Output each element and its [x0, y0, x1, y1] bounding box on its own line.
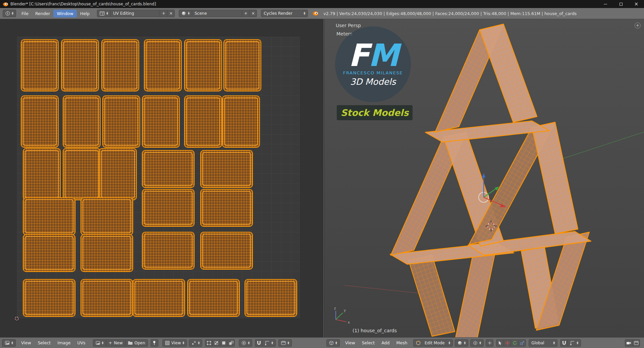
fm-tagline: 3D Models [350, 77, 396, 87]
image-pin-button[interactable] [151, 339, 158, 347]
blender-window: Blender* [C:\Users\franc\Desktop\house_o… [0, 0, 644, 348]
manipulator-pointer-button[interactable] [496, 339, 504, 347]
screen-layout-name-field[interactable]: UV Editing [110, 10, 160, 17]
pivot-point-dropdown[interactable]: ▲▼ [470, 339, 484, 347]
shading-sphere-icon [458, 341, 462, 345]
uv-menu-view[interactable]: View [18, 339, 35, 347]
uv-island-card[interactable] [245, 279, 297, 317]
image-editor-icon [5, 340, 10, 345]
draw-channels-dropdown[interactable]: ▲▼ [278, 339, 292, 347]
menu-window[interactable]: Window [53, 10, 76, 17]
uv-island-card[interactable] [200, 189, 253, 227]
image-new-button[interactable]: + New [106, 339, 125, 347]
uv-island-card[interactable] [222, 95, 260, 148]
uv-island-card[interactable] [142, 95, 180, 148]
screen-layout-browse-button[interactable]: ▲▼ [97, 10, 111, 17]
uv-island-card[interactable] [80, 234, 133, 272]
mode-dropdown[interactable]: Edit Mode ▲▼ [413, 339, 453, 347]
vp-menu-mesh[interactable]: Mesh [393, 339, 411, 347]
scene-statistics: v2.79 | Verts:24,030/24,030 | Edges:48,0… [323, 11, 577, 16]
menu-render[interactable]: Render [32, 10, 54, 17]
menu-file[interactable]: File [18, 10, 32, 17]
pivot-icon [473, 341, 478, 345]
uv-select-island-button[interactable] [227, 339, 235, 347]
viewport-shading-dropdown[interactable]: ▲▼ [455, 339, 468, 347]
uv-island-card[interactable] [102, 95, 140, 148]
uv-island-card[interactable] [101, 39, 139, 91]
uv-island-card[interactable] [23, 148, 61, 200]
uv-menu-uvs[interactable]: UVs [74, 339, 89, 347]
maximize-button[interactable] [613, 0, 629, 8]
transform-orientation-dropdown[interactable]: Global ▲▼ [529, 339, 557, 347]
display-mode-dropdown[interactable]: View ▲▼ [162, 339, 187, 347]
region-expand-button[interactable]: + [635, 22, 641, 28]
uv-select-face-button[interactable] [220, 339, 227, 347]
uv-menu-image[interactable]: Image [54, 339, 74, 347]
uv-island-card[interactable] [142, 232, 195, 270]
minimize-button[interactable] [598, 0, 613, 8]
image-browse-button[interactable]: ▲▼ [93, 339, 106, 347]
uv-island-card[interactable] [61, 39, 99, 91]
viewport-3d[interactable]: User Persp Meters FM FRANCESCO MILANESE … [324, 19, 644, 337]
opengl-render-image-button[interactable] [625, 339, 633, 347]
scene-name-field[interactable]: Scene [192, 10, 242, 17]
uv-island-card[interactable] [21, 95, 59, 148]
scene-delete-button[interactable]: × [249, 10, 257, 17]
opengl-render-anim-button[interactable] [632, 339, 640, 347]
manipulator-scale-button[interactable] [518, 339, 526, 347]
uv-island-card[interactable] [200, 150, 253, 188]
uv-island-card[interactable] [21, 39, 59, 91]
screen-layout-delete-button[interactable]: × [167, 10, 175, 17]
camera-icon [626, 341, 631, 345]
uv-menu-select[interactable]: Select [35, 339, 54, 347]
uv-select-edge-button[interactable] [212, 339, 220, 347]
uv-select-vertex-button[interactable] [205, 339, 213, 347]
uv-island-card[interactable] [142, 150, 195, 188]
uv-select-mode-buttons [205, 339, 235, 347]
uv-island-card[interactable] [200, 232, 253, 270]
sticky-selection-dropdown[interactable]: ▲▼ [189, 339, 202, 347]
uv-island-card[interactable] [223, 39, 261, 91]
vp-menu-select[interactable]: Select [359, 339, 378, 347]
vp-menu-view[interactable]: View [342, 339, 359, 347]
image-open-button[interactable]: Open [125, 339, 148, 347]
manipulator-rotate-button[interactable] [511, 339, 519, 347]
editor-type-selector-info[interactable]: ▲▼ [3, 10, 16, 17]
render-engine-dropdown[interactable]: Cycles Render ▲▼ [261, 10, 308, 17]
uv-island-card[interactable] [184, 95, 222, 148]
uv-image-editor[interactable] [0, 19, 323, 337]
vp-menu-add[interactable]: Add [378, 339, 393, 347]
manipulator-toggles [496, 339, 526, 347]
uv-island-card[interactable] [23, 279, 75, 317]
uv-island-card[interactable] [80, 279, 133, 317]
house-of-cards-mesh[interactable] [390, 24, 591, 337]
snap-toggle-button-3d[interactable] [560, 339, 568, 347]
snap-toggle-button[interactable] [255, 339, 263, 347]
uv-island-card[interactable] [187, 279, 240, 317]
editor-type-selector-3d[interactable]: ▲▼ [326, 339, 340, 347]
uv-island-card[interactable] [184, 39, 222, 91]
uv-island-card[interactable] [144, 39, 182, 91]
close-button[interactable]: × [629, 0, 644, 8]
snap-target-dropdown[interactable]: ▲▼ [262, 339, 276, 347]
pivot-align-toggle[interactable] [486, 339, 493, 347]
uv-island-card[interactable] [23, 234, 75, 272]
uv-island-card[interactable] [80, 197, 133, 235]
uv-island-card[interactable] [23, 197, 75, 235]
scene-add-button[interactable]: + [242, 10, 250, 17]
screen-layout-add-button[interactable]: + [160, 10, 167, 17]
blender-logo-icon [2, 2, 8, 7]
manipulator-translate-button[interactable] [503, 339, 511, 347]
proportional-edit-dropdown[interactable]: ▲▼ [239, 339, 252, 347]
sticky-select-icon [192, 341, 196, 345]
uv-island-card[interactable] [63, 148, 101, 200]
uv-island-card[interactable] [99, 148, 137, 200]
snap-element-dropdown[interactable]: ▲▼ [568, 339, 581, 347]
menu-help[interactable]: Help [77, 10, 93, 17]
uv-island-card[interactable] [142, 189, 195, 227]
uv-island-card[interactable] [63, 95, 101, 148]
uv-island-card[interactable] [132, 279, 185, 317]
editor-type-selector-uv[interactable]: ▲▼ [2, 339, 16, 347]
scene-browse-button[interactable]: ▲▼ [179, 10, 192, 17]
uv-canvas[interactable] [16, 36, 301, 319]
